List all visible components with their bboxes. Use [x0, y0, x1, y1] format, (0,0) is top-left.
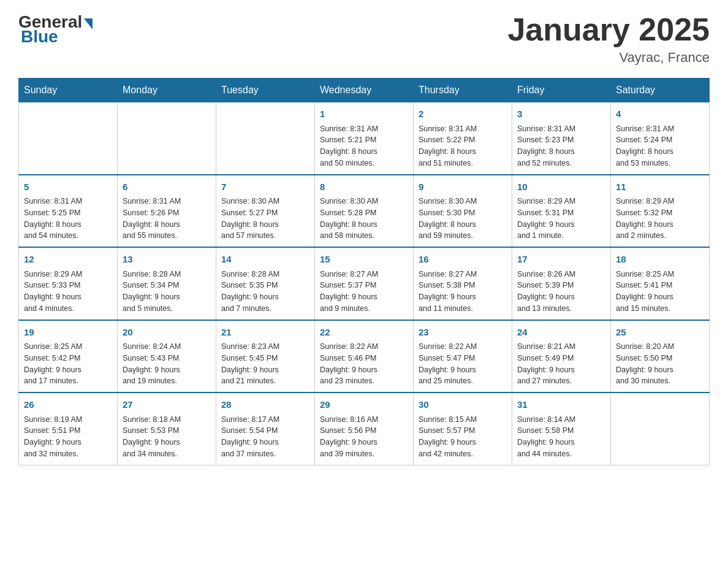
- calendar-day-cell: 7Sunrise: 8:30 AM Sunset: 5:27 PM Daylig…: [216, 175, 315, 248]
- day-info: Sunrise: 8:24 AM Sunset: 5:43 PM Dayligh…: [123, 341, 211, 387]
- calendar-day-cell: 25Sunrise: 8:20 AM Sunset: 5:50 PM Dayli…: [611, 320, 710, 393]
- day-number: 16: [419, 253, 507, 267]
- day-info: Sunrise: 8:22 AM Sunset: 5:47 PM Dayligh…: [419, 341, 507, 387]
- calendar-day-cell: 20Sunrise: 8:24 AM Sunset: 5:43 PM Dayli…: [118, 320, 216, 393]
- day-number: 18: [616, 253, 704, 267]
- day-info: Sunrise: 8:22 AM Sunset: 5:46 PM Dayligh…: [320, 341, 408, 387]
- calendar-day-cell: 16Sunrise: 8:27 AM Sunset: 5:38 PM Dayli…: [414, 247, 512, 320]
- weekday-header-wednesday: Wednesday: [315, 79, 414, 102]
- day-number: 6: [123, 180, 211, 194]
- day-number: 23: [419, 326, 507, 340]
- day-number: 21: [221, 326, 309, 340]
- day-number: 1: [320, 107, 408, 121]
- day-number: 19: [24, 326, 112, 340]
- day-info: Sunrise: 8:27 AM Sunset: 5:37 PM Dayligh…: [320, 269, 408, 315]
- calendar-week-row: 26Sunrise: 8:19 AM Sunset: 5:51 PM Dayli…: [19, 393, 710, 465]
- calendar-day-cell: 6Sunrise: 8:31 AM Sunset: 5:26 PM Daylig…: [118, 175, 216, 248]
- day-info: Sunrise: 8:30 AM Sunset: 5:28 PM Dayligh…: [320, 196, 408, 242]
- day-number: 30: [419, 398, 507, 412]
- day-number: 9: [419, 180, 507, 194]
- calendar-day-cell: 21Sunrise: 8:23 AM Sunset: 5:45 PM Dayli…: [216, 320, 315, 393]
- day-info: Sunrise: 8:26 AM Sunset: 5:39 PM Dayligh…: [517, 269, 605, 315]
- day-number: 26: [24, 398, 112, 412]
- day-info: Sunrise: 8:31 AM Sunset: 5:26 PM Dayligh…: [123, 196, 211, 242]
- calendar-day-cell: 30Sunrise: 8:15 AM Sunset: 5:57 PM Dayli…: [414, 393, 512, 465]
- weekday-header-thursday: Thursday: [414, 79, 512, 102]
- day-info: Sunrise: 8:16 AM Sunset: 5:56 PM Dayligh…: [320, 414, 408, 460]
- day-info: Sunrise: 8:23 AM Sunset: 5:45 PM Dayligh…: [221, 341, 309, 387]
- calendar-week-row: 12Sunrise: 8:29 AM Sunset: 5:33 PM Dayli…: [19, 247, 710, 320]
- calendar-day-cell: 11Sunrise: 8:29 AM Sunset: 5:32 PM Dayli…: [611, 175, 710, 248]
- calendar-day-cell: 12Sunrise: 8:29 AM Sunset: 5:33 PM Dayli…: [19, 247, 118, 320]
- day-number: 8: [320, 180, 408, 194]
- logo-arrow-icon: [84, 18, 93, 29]
- calendar-day-cell: 29Sunrise: 8:16 AM Sunset: 5:56 PM Dayli…: [315, 393, 414, 465]
- day-info: Sunrise: 8:20 AM Sunset: 5:50 PM Dayligh…: [616, 341, 704, 387]
- calendar-day-cell: 23Sunrise: 8:22 AM Sunset: 5:47 PM Dayli…: [414, 320, 512, 393]
- calendar-day-cell: 15Sunrise: 8:27 AM Sunset: 5:37 PM Dayli…: [315, 247, 414, 320]
- day-number: 27: [123, 398, 211, 412]
- calendar-day-cell: 8Sunrise: 8:30 AM Sunset: 5:28 PM Daylig…: [315, 175, 414, 248]
- calendar-week-row: 5Sunrise: 8:31 AM Sunset: 5:25 PM Daylig…: [19, 175, 710, 248]
- logo: General Blue: [18, 12, 93, 47]
- calendar-day-cell: 19Sunrise: 8:25 AM Sunset: 5:42 PM Dayli…: [19, 320, 118, 393]
- day-info: Sunrise: 8:27 AM Sunset: 5:38 PM Dayligh…: [419, 269, 507, 315]
- day-info: Sunrise: 8:31 AM Sunset: 5:25 PM Dayligh…: [24, 196, 112, 242]
- calendar-week-row: 19Sunrise: 8:25 AM Sunset: 5:42 PM Dayli…: [19, 320, 710, 393]
- calendar-day-cell: 22Sunrise: 8:22 AM Sunset: 5:46 PM Dayli…: [315, 320, 414, 393]
- calendar-day-cell: [118, 102, 216, 175]
- page-header: General Blue January 2025 Vayrac, France: [18, 12, 710, 66]
- calendar-day-cell: [611, 393, 710, 465]
- day-number: 22: [320, 326, 408, 340]
- calendar-day-cell: 24Sunrise: 8:21 AM Sunset: 5:49 PM Dayli…: [512, 320, 611, 393]
- day-info: Sunrise: 8:18 AM Sunset: 5:53 PM Dayligh…: [123, 414, 211, 460]
- day-info: Sunrise: 8:31 AM Sunset: 5:24 PM Dayligh…: [616, 123, 704, 169]
- day-number: 28: [221, 398, 309, 412]
- calendar-day-cell: 10Sunrise: 8:29 AM Sunset: 5:31 PM Dayli…: [512, 175, 611, 248]
- calendar-week-row: 1Sunrise: 8:31 AM Sunset: 5:21 PM Daylig…: [19, 102, 710, 175]
- calendar-day-cell: 17Sunrise: 8:26 AM Sunset: 5:39 PM Dayli…: [512, 247, 611, 320]
- day-number: 17: [517, 253, 605, 267]
- day-info: Sunrise: 8:15 AM Sunset: 5:57 PM Dayligh…: [419, 414, 507, 460]
- calendar-day-cell: 1Sunrise: 8:31 AM Sunset: 5:21 PM Daylig…: [315, 102, 414, 175]
- calendar-day-cell: 5Sunrise: 8:31 AM Sunset: 5:25 PM Daylig…: [19, 175, 118, 248]
- day-info: Sunrise: 8:29 AM Sunset: 5:31 PM Dayligh…: [517, 196, 605, 242]
- day-info: Sunrise: 8:25 AM Sunset: 5:41 PM Dayligh…: [616, 269, 704, 315]
- day-number: 13: [123, 253, 211, 267]
- day-number: 5: [24, 180, 112, 194]
- calendar-day-cell: [216, 102, 315, 175]
- day-info: Sunrise: 8:29 AM Sunset: 5:33 PM Dayligh…: [24, 269, 112, 315]
- day-info: Sunrise: 8:30 AM Sunset: 5:30 PM Dayligh…: [419, 196, 507, 242]
- calendar-day-cell: 14Sunrise: 8:28 AM Sunset: 5:35 PM Dayli…: [216, 247, 315, 320]
- day-info: Sunrise: 8:28 AM Sunset: 5:35 PM Dayligh…: [221, 269, 309, 315]
- day-info: Sunrise: 8:29 AM Sunset: 5:32 PM Dayligh…: [616, 196, 704, 242]
- day-number: 20: [123, 326, 211, 340]
- calendar-day-cell: 3Sunrise: 8:31 AM Sunset: 5:23 PM Daylig…: [512, 102, 611, 175]
- day-info: Sunrise: 8:19 AM Sunset: 5:51 PM Dayligh…: [24, 414, 112, 460]
- calendar-day-cell: 4Sunrise: 8:31 AM Sunset: 5:24 PM Daylig…: [611, 102, 710, 175]
- day-info: Sunrise: 8:31 AM Sunset: 5:23 PM Dayligh…: [517, 123, 605, 169]
- day-info: Sunrise: 8:21 AM Sunset: 5:49 PM Dayligh…: [517, 341, 605, 387]
- logo-blue-text: Blue: [21, 27, 58, 46]
- calendar-day-cell: 28Sunrise: 8:17 AM Sunset: 5:54 PM Dayli…: [216, 393, 315, 465]
- location-text: Vayrac, France: [507, 50, 710, 66]
- weekday-header-monday: Monday: [118, 79, 216, 102]
- day-info: Sunrise: 8:28 AM Sunset: 5:34 PM Dayligh…: [123, 269, 211, 315]
- day-info: Sunrise: 8:25 AM Sunset: 5:42 PM Dayligh…: [24, 341, 112, 387]
- weekday-header-tuesday: Tuesday: [216, 79, 315, 102]
- day-number: 25: [616, 326, 704, 340]
- month-year-title: January 2025: [507, 12, 710, 47]
- calendar-day-cell: 13Sunrise: 8:28 AM Sunset: 5:34 PM Dayli…: [118, 247, 216, 320]
- day-info: Sunrise: 8:30 AM Sunset: 5:27 PM Dayligh…: [221, 196, 309, 242]
- weekday-header-friday: Friday: [512, 79, 611, 102]
- weekday-header-saturday: Saturday: [611, 79, 710, 102]
- day-info: Sunrise: 8:31 AM Sunset: 5:21 PM Dayligh…: [320, 123, 408, 169]
- day-info: Sunrise: 8:31 AM Sunset: 5:22 PM Dayligh…: [419, 123, 507, 169]
- calendar-day-cell: 2Sunrise: 8:31 AM Sunset: 5:22 PM Daylig…: [414, 102, 512, 175]
- day-number: 12: [24, 253, 112, 267]
- day-number: 3: [517, 107, 605, 121]
- day-number: 2: [419, 107, 507, 121]
- calendar-day-cell: 9Sunrise: 8:30 AM Sunset: 5:30 PM Daylig…: [414, 175, 512, 248]
- title-area: January 2025 Vayrac, France: [507, 12, 710, 66]
- calendar-day-cell: 27Sunrise: 8:18 AM Sunset: 5:53 PM Dayli…: [118, 393, 216, 465]
